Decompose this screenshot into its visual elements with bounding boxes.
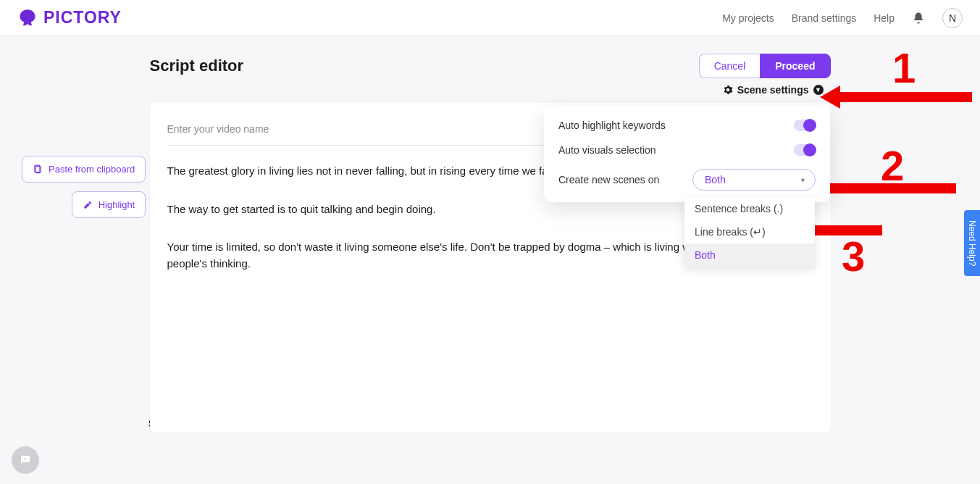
page-title: Script editor	[150, 57, 244, 75]
gear-icon	[723, 85, 733, 95]
avatar[interactable]: N	[942, 8, 963, 28]
dropdown-option-both[interactable]: Both	[684, 243, 815, 267]
setting-auto-highlight-label: Auto highlight keywords	[558, 120, 666, 131]
create-scenes-select[interactable]: Both	[692, 169, 816, 191]
setting-auto-visuals-label: Auto visuals selection	[558, 144, 656, 156]
nav: My projects Brand settings Help N	[722, 8, 963, 28]
cancel-button[interactable]: Cancel	[699, 54, 761, 78]
chevron-down-icon: ▼	[813, 85, 824, 95]
clipboard-icon	[33, 164, 43, 175]
settings-popover: Auto highlight keywords Auto visuals sel…	[544, 107, 830, 202]
scene-settings-label: Scene settings	[737, 84, 809, 96]
setting-create-scenes-label: Create new scenes on	[558, 174, 659, 185]
action-buttons: Cancel Proceed	[699, 54, 831, 78]
highlight-button[interactable]: Highlight	[72, 191, 146, 218]
topbar: PICTORY My projects Brand settings Help …	[0, 0, 980, 36]
bell-icon[interactable]	[912, 12, 925, 25]
svg-point-3	[29, 14, 32, 17]
paste-button[interactable]: Paste from clipboard	[22, 156, 146, 183]
auto-visuals-toggle[interactable]	[794, 144, 816, 156]
scene-settings-toggle[interactable]: Scene settings ▼	[150, 84, 831, 96]
nav-brand-settings[interactable]: Brand settings	[792, 12, 857, 24]
proceed-button[interactable]: Proceed	[760, 54, 830, 78]
chat-bubble[interactable]	[12, 446, 39, 474]
paste-label: Paste from clipboard	[49, 164, 135, 175]
create-scenes-dropdown: Sentence breaks (.) Line breaks (↵) Both	[684, 197, 815, 267]
highlight-label: Highlight	[99, 199, 135, 210]
nav-help[interactable]: Help	[874, 12, 895, 24]
header-row: Script editor Cancel Proceed	[150, 54, 831, 78]
side-tools: Paste from clipboard Highlight	[22, 156, 146, 218]
need-help-tab[interactable]: Need Help?	[964, 210, 980, 276]
brand-logo[interactable]: PICTORY	[17, 8, 122, 28]
brand-text: PICTORY	[43, 8, 122, 28]
chat-icon	[19, 454, 32, 467]
highlight-icon	[83, 200, 93, 210]
dropdown-option-sentence[interactable]: Sentence breaks (.)	[684, 197, 815, 220]
logo-icon	[17, 8, 38, 28]
svg-point-2	[22, 14, 25, 17]
page: Script editor Cancel Proceed Scene setti…	[0, 36, 980, 433]
auto-highlight-toggle[interactable]	[794, 120, 816, 131]
nav-my-projects[interactable]: My projects	[722, 12, 774, 24]
dropdown-option-line[interactable]: Line breaks (↵)	[684, 220, 815, 243]
